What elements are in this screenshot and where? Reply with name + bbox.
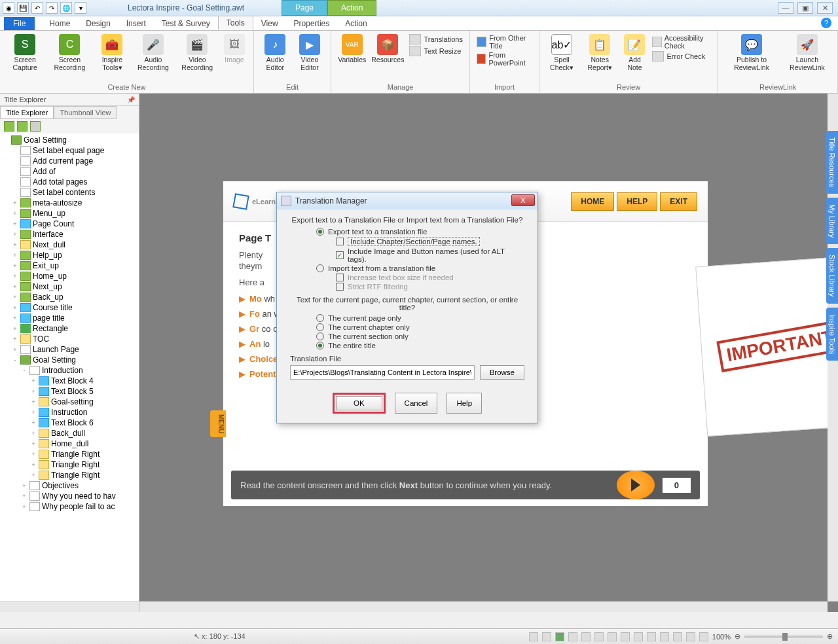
tab-test-survey[interactable]: Test & Survey xyxy=(154,17,218,30)
app-icon[interactable]: ◉ xyxy=(3,2,14,14)
accessibility-check-button[interactable]: Accessibility Check xyxy=(652,34,711,50)
add-note-button[interactable]: 📝Add Note xyxy=(619,33,649,83)
tree-item[interactable]: +Text Block 4 xyxy=(0,376,139,386)
tree-item[interactable]: +Help_up xyxy=(0,250,139,260)
pin-icon[interactable]: 📌 xyxy=(127,96,135,103)
stage-h-scrollbar[interactable] xyxy=(139,601,828,612)
status-icon[interactable] xyxy=(699,632,708,641)
close-icon[interactable]: ✕ xyxy=(817,2,833,14)
tab-thumbnail-view[interactable]: Thumbnail View xyxy=(54,106,117,119)
context-tab-page[interactable]: Page xyxy=(282,0,327,16)
status-icon[interactable] xyxy=(686,632,695,641)
status-icon[interactable] xyxy=(555,632,564,641)
context-tab-action[interactable]: Action xyxy=(327,0,376,16)
status-icon[interactable] xyxy=(660,632,669,641)
status-icon[interactable] xyxy=(647,632,656,641)
video-recording-button[interactable]: 🎬Video Recording xyxy=(175,33,219,83)
tree-item[interactable]: +Exit_up xyxy=(0,260,139,271)
tab-design[interactable]: Design xyxy=(78,17,118,30)
tab-home[interactable]: Home xyxy=(41,17,78,30)
help-button[interactable]: HELP xyxy=(617,192,657,211)
tab-tools[interactable]: Tools xyxy=(218,16,253,30)
tab-insert[interactable]: Insert xyxy=(118,17,154,30)
translation-file-input[interactable] xyxy=(290,365,475,380)
exit-button[interactable]: EXIT xyxy=(660,192,697,211)
audio-recording-button[interactable]: 🎤Audio Recording xyxy=(131,33,175,83)
tree-item[interactable]: +page title xyxy=(0,313,139,323)
tab-action[interactable]: Action xyxy=(337,17,374,30)
tree-item[interactable]: +Goal-setting xyxy=(0,397,139,407)
tree-view[interactable]: Goal SettingSet label equal pageAdd curr… xyxy=(0,134,139,601)
tree-item[interactable]: +Back_up xyxy=(0,292,139,302)
tree-item[interactable]: Set label equal page xyxy=(0,145,139,156)
variables-button[interactable]: VARVariables xyxy=(335,33,369,83)
tree-item[interactable]: +Why you need to hav xyxy=(0,491,139,501)
tree-item[interactable]: Add current page xyxy=(0,156,139,166)
status-icon[interactable] xyxy=(673,632,682,641)
tree-item[interactable]: +Why people fail to ac xyxy=(0,501,139,512)
maximize-icon[interactable]: ▣ xyxy=(797,2,813,14)
tree-item[interactable]: +TOC xyxy=(0,334,139,344)
check-include-names[interactable]: Include Chapter/Section/Page names. xyxy=(336,237,524,246)
tree-item[interactable]: +Triangle Right xyxy=(0,449,139,459)
radio-export[interactable]: Export text to a translation file xyxy=(316,228,524,236)
qat-more-icon[interactable]: ▾ xyxy=(75,2,86,14)
error-check-button[interactable]: Error Check xyxy=(652,51,711,62)
status-icon[interactable] xyxy=(542,632,551,641)
tree-item[interactable]: Set label contents xyxy=(0,187,139,198)
tree-item[interactable]: -Introduction xyxy=(0,365,139,376)
help-button[interactable]: Help xyxy=(446,393,482,414)
tree-item[interactable]: +Instruction xyxy=(0,407,139,418)
palette-my-library[interactable]: My Library xyxy=(826,198,838,244)
zoom-in-icon[interactable]: ⊕ xyxy=(827,632,833,641)
audio-editor-button[interactable]: ♪Audio Editor xyxy=(258,33,293,83)
status-icon[interactable] xyxy=(634,632,643,641)
translations-button[interactable]: Translations xyxy=(409,34,463,45)
inspire-tools-button[interactable]: 🧰Inspire Tools▾ xyxy=(94,33,132,83)
status-icon[interactable] xyxy=(621,632,630,641)
radio-current-page[interactable]: The current page only xyxy=(316,314,524,322)
tree-item[interactable]: +Home_dull xyxy=(0,438,139,449)
tree-item[interactable]: +Next_dull xyxy=(0,240,139,250)
next-nav-button[interactable] xyxy=(617,471,655,499)
expand-icon[interactable] xyxy=(4,121,14,132)
from-other-title-button[interactable]: From Other Title xyxy=(477,34,532,50)
status-icon[interactable] xyxy=(581,632,591,641)
tab-view[interactable]: View xyxy=(253,17,286,30)
h-scrollbar[interactable] xyxy=(0,601,139,612)
tree-item[interactable]: +Page Count xyxy=(0,219,139,229)
tab-file[interactable]: File xyxy=(4,17,35,30)
tree-item[interactable]: +Next_up xyxy=(0,281,139,292)
tab-properties[interactable]: Properties xyxy=(286,17,338,30)
zoom-out-icon[interactable]: ⊖ xyxy=(735,632,740,641)
radio-current-chapter[interactable]: The current chapter only xyxy=(316,323,524,331)
cancel-button[interactable]: Cancel xyxy=(395,393,438,414)
screen-capture-button[interactable]: SScreen Capture xyxy=(4,33,46,83)
ok-button[interactable]: OK xyxy=(336,396,382,410)
radio-import[interactable]: Import text from a translation file xyxy=(316,264,524,272)
resources-button[interactable]: 📦Resources xyxy=(369,33,407,83)
status-icon[interactable] xyxy=(529,632,538,641)
radio-current-section[interactable]: The current section only xyxy=(316,332,524,340)
undo-icon[interactable]: ↶ xyxy=(31,2,43,14)
tree-item[interactable]: +Back_dull xyxy=(0,428,139,438)
tree-item[interactable]: +Home_up xyxy=(0,271,139,281)
launch-reviewlink-button[interactable]: 🚀Launch ReviewLink xyxy=(781,33,833,83)
dialog-close-button[interactable]: X xyxy=(511,194,535,206)
spell-check-button[interactable]: ab✓Spell Check▾ xyxy=(543,33,580,83)
tree-item[interactable]: +Triangle Right xyxy=(0,459,139,470)
text-resize-button[interactable]: Text Resize xyxy=(409,46,463,56)
collapse-icon[interactable] xyxy=(17,121,27,132)
menu-tab[interactable]: MENU xyxy=(210,410,226,437)
palette-title-resources[interactable]: Title Resources xyxy=(826,131,838,194)
dialog-titlebar[interactable]: Translation Manager X xyxy=(277,192,537,209)
home-button[interactable]: HOME xyxy=(571,192,614,211)
palette-stock-library[interactable]: Stock Library xyxy=(826,248,838,303)
tree-item[interactable]: Add total pages xyxy=(0,177,139,187)
from-powerpoint-button[interactable]: From PowerPoint xyxy=(477,51,532,67)
tree-item[interactable]: +Text Block 5 xyxy=(0,386,139,397)
tree-item[interactable]: Goal Setting xyxy=(0,135,139,145)
tree-item[interactable]: +Text Block 6 xyxy=(0,418,139,428)
tree-item[interactable]: +Rectangle xyxy=(0,323,139,334)
minimize-icon[interactable]: — xyxy=(778,2,793,14)
